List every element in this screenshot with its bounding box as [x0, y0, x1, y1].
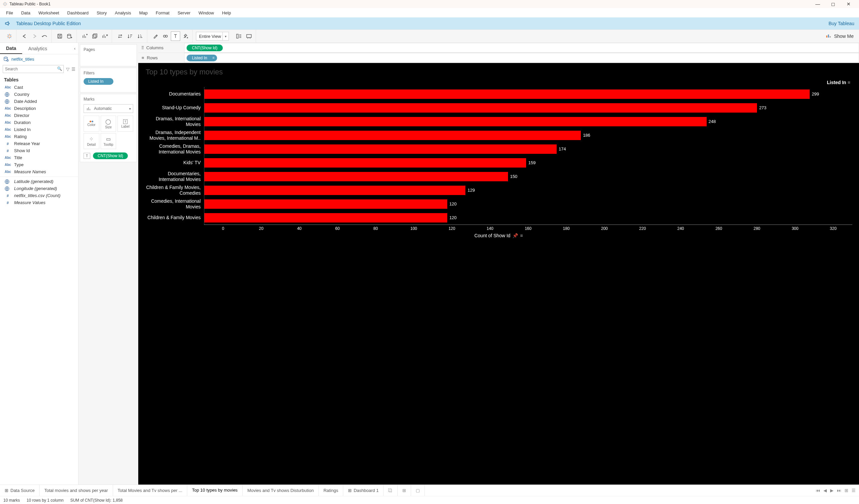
show-me-button[interactable]: Show Me: [826, 33, 856, 39]
field-latitude-generated-[interactable]: Latitude (generated): [0, 177, 78, 185]
new-dashboard-tab[interactable]: ⊞: [397, 485, 411, 496]
maximize-button[interactable]: ◻: [826, 0, 841, 8]
pages-shelf[interactable]: Pages: [80, 44, 137, 66]
labels-button[interactable]: [171, 31, 180, 41]
undo-button[interactable]: [40, 31, 49, 41]
sort-desc-button[interactable]: [136, 31, 145, 41]
bar[interactable]: [204, 117, 707, 126]
mark-pill[interactable]: CNT(Show Id): [93, 153, 128, 159]
field-measure-values[interactable]: #Measure Values: [0, 199, 78, 206]
first-tab-icon[interactable]: ⏮: [816, 488, 820, 493]
tableau-icon[interactable]: [5, 31, 14, 41]
tab-sheet-2[interactable]: Total Movies and Tv shows per ...: [113, 485, 187, 496]
tab-analytics[interactable]: Analytics: [22, 43, 53, 54]
field-country[interactable]: Country: [0, 91, 78, 98]
new-worksheet-button[interactable]: [80, 31, 90, 41]
filters-shelf[interactable]: Filters Listed In: [80, 68, 137, 93]
save-button[interactable]: [55, 31, 64, 41]
menu-analysis[interactable]: Analysis: [111, 9, 135, 17]
filter-pill[interactable]: Listed In: [84, 78, 114, 85]
view-icon[interactable]: ☰: [72, 67, 75, 72]
field-director[interactable]: AbcDirector: [0, 112, 78, 119]
highlight-button[interactable]: [151, 31, 160, 41]
swap-button[interactable]: [116, 31, 125, 41]
bar[interactable]: [204, 103, 757, 113]
sort-asc-button[interactable]: [125, 31, 135, 41]
menu-window[interactable]: Window: [194, 9, 218, 17]
field-longitude-generated-[interactable]: Longitude (generated): [0, 185, 78, 192]
clear-button[interactable]: [100, 31, 110, 41]
new-data-button[interactable]: [65, 31, 75, 41]
field-rating[interactable]: AbcRating: [0, 133, 78, 140]
field-show-id[interactable]: #Show Id: [0, 147, 78, 154]
new-story-tab[interactable]: ▢: [411, 485, 425, 496]
tab-sheet-3[interactable]: Top 10 types by movies: [187, 485, 243, 496]
field-measure-names[interactable]: AbcMeasure Names: [0, 168, 78, 175]
field-duration[interactable]: AbcDuration: [0, 119, 78, 126]
duplicate-button[interactable]: [90, 31, 100, 41]
columns-shelf[interactable]: ⦙⦙⦙Columns CNT(Show Id): [138, 43, 859, 53]
tabs-grid-icon[interactable]: ⊞: [845, 488, 848, 493]
tabs-list-icon[interactable]: ☰: [852, 488, 856, 493]
close-button[interactable]: ✕: [841, 0, 856, 8]
fit-dropdown[interactable]: Entire View: [196, 32, 229, 41]
columns-pill[interactable]: CNT(Show Id): [186, 45, 223, 51]
search-input[interactable]: [3, 65, 64, 73]
sort-icon[interactable]: ≡: [520, 233, 523, 238]
tab-sheet-5[interactable]: Ratings: [319, 485, 343, 496]
mark-tooltip[interactable]: ▭Tooltip: [101, 133, 117, 149]
mark-color[interactable]: Color: [84, 115, 99, 132]
tab-dashboard-1[interactable]: ⊞Dashboard 1: [343, 485, 383, 496]
mark-size[interactable]: ◯Size: [101, 115, 117, 132]
back-button[interactable]: [20, 31, 29, 41]
field-cast[interactable]: AbcCast: [0, 84, 78, 91]
visualization[interactable]: Top 10 types by movies Listed In≡ Docume…: [138, 63, 859, 485]
tab-sheet-1[interactable]: Total movies and shows per year: [40, 485, 113, 496]
bar[interactable]: [204, 144, 557, 154]
pin-button[interactable]: [181, 31, 190, 41]
next-tab-icon[interactable]: ▶: [830, 488, 833, 493]
tab-data-source[interactable]: ⊞Data Source: [0, 485, 40, 496]
rows-shelf[interactable]: ≡Rows Listed In: [138, 53, 859, 63]
mark-detail[interactable]: ⁘Detail: [84, 133, 99, 149]
bar[interactable]: [204, 90, 810, 99]
field-netflix-titles-csv-count-[interactable]: #netflix_titles.csv (Count): [0, 192, 78, 199]
mark-type-dropdown[interactable]: Automatic: [84, 104, 133, 113]
buy-tableau-link[interactable]: Buy Tableau: [828, 21, 854, 26]
last-tab-icon[interactable]: ⏭: [837, 488, 841, 493]
mark-label[interactable]: TLabel: [118, 115, 133, 132]
presentation-button[interactable]: [244, 31, 254, 41]
datasource-row[interactable]: netflix_titles: [0, 54, 78, 64]
menu-file[interactable]: File: [2, 9, 17, 17]
menu-dashboard[interactable]: Dashboard: [63, 9, 93, 17]
forward-button[interactable]: [30, 31, 39, 41]
show-cards-button[interactable]: [234, 31, 244, 41]
group-button[interactable]: [161, 31, 170, 41]
bar[interactable]: [204, 172, 508, 181]
field-description[interactable]: AbcDescription: [0, 105, 78, 112]
collapse-pane-icon[interactable]: ‹: [72, 46, 78, 51]
bar[interactable]: [204, 213, 447, 222]
field-title[interactable]: AbcTitle: [0, 154, 78, 161]
bar[interactable]: [204, 186, 465, 195]
menu-help[interactable]: Help: [218, 9, 235, 17]
bar[interactable]: [204, 200, 447, 209]
bar[interactable]: [204, 158, 526, 168]
menu-worksheet[interactable]: Worksheet: [34, 9, 63, 17]
field-listed-in[interactable]: AbcListed In: [0, 126, 78, 133]
field-release-year[interactable]: #Release Year: [0, 140, 78, 147]
field-type[interactable]: AbcType: [0, 161, 78, 168]
pin-icon[interactable]: 📌: [512, 233, 518, 238]
rows-pill[interactable]: Listed In: [186, 54, 217, 61]
menu-server[interactable]: Server: [174, 9, 194, 17]
filter-icon[interactable]: ▽: [66, 67, 70, 72]
prev-tab-icon[interactable]: ◀: [824, 488, 827, 493]
menu-story[interactable]: Story: [93, 9, 111, 17]
minimize-button[interactable]: ―: [810, 0, 826, 8]
tab-data[interactable]: Data: [0, 43, 22, 54]
tab-sheet-4[interactable]: Movies and Tv shows Disturbution: [243, 485, 319, 496]
new-worksheet-tab[interactable]: ⿻: [383, 485, 397, 496]
menu-map[interactable]: Map: [135, 9, 152, 17]
sort-icon[interactable]: ≡: [848, 80, 850, 85]
bar[interactable]: [204, 131, 581, 140]
